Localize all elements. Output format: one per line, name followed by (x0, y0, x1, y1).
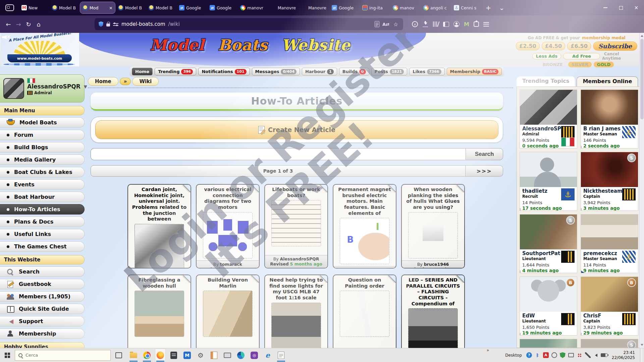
sidebar-menu-item[interactable]: Members (1,905) (0, 291, 85, 302)
site-logo[interactable]: A Place For All Model Boaters! www.model… (1, 33, 79, 66)
sidebar-menu-item[interactable]: Model Boats (0, 117, 85, 128)
bookmark-star-icon[interactable]: ☆ (392, 21, 399, 27)
member-avatar[interactable] (520, 90, 577, 125)
scrollbar-thumb[interactable] (640, 39, 644, 119)
sidebar-menu-item[interactable]: Forum (0, 130, 85, 140)
nav-button[interactable]: Messages 0/404 (252, 68, 300, 75)
back-icon[interactable]: ← (3, 19, 13, 29)
status-circle-icon[interactable] (551, 352, 557, 358)
nav-button[interactable]: Posts 1821 (371, 68, 408, 75)
permissions-icon[interactable] (113, 22, 118, 26)
minimize-button[interactable] (598, 0, 613, 15)
member-avatar[interactable]: B (520, 277, 577, 312)
start-button[interactable] (0, 348, 15, 362)
taskbar-app-purple[interactable]: ◎ (249, 349, 259, 362)
sidebar-menu-item[interactable]: How-To Articles (0, 204, 85, 215)
taskbar-notes[interactable] (276, 349, 286, 362)
nav-button[interactable]: Home (132, 68, 153, 75)
browser-tab[interactable]: manov (390, 2, 420, 13)
article-card[interactable]: Need help trying to find some lights for… (264, 275, 328, 348)
browser-tab[interactable]: manovr (238, 2, 268, 13)
security-shield-icon[interactable] (560, 352, 566, 358)
article-card[interactable]: various electrical connection diagrams f… (196, 184, 260, 268)
sidebar-menu-item[interactable]: Boat Clubs & Lakes (0, 167, 85, 177)
nav-button[interactable]: Builds 0 (339, 68, 369, 75)
member-avatar[interactable]: B (581, 277, 638, 312)
article-card[interactable]: Question on Painting order (333, 275, 396, 348)
browser-tab[interactable]: Google (177, 2, 207, 13)
desktop-toolbar-label[interactable]: Desktop (505, 353, 522, 358)
taskbar-settings[interactable]: ⚙ (196, 349, 206, 362)
taskbar-chrome[interactable] (142, 349, 152, 362)
lock-icon[interactable] (106, 23, 110, 26)
browser-tab[interactable]: Manovre_co (268, 2, 298, 13)
mute-speaker-icon[interactable] (2, 34, 11, 41)
sidebar-menu-item[interactable]: Search (0, 266, 85, 277)
breadcrumb-home[interactable]: Home (88, 77, 118, 86)
price-bronze[interactable]: £2.50 (516, 42, 540, 50)
article-card[interactable]: Building Veron Marlin (196, 275, 260, 348)
nav-button[interactable]: Membership BASIC (447, 68, 502, 75)
member-card[interactable]: B ChrisF Captain 3,823 Points 29 minutes… (581, 277, 638, 336)
firefox-view-icon[interactable] (5, 4, 14, 11)
avatar[interactable] (3, 78, 24, 99)
article-card[interactable]: Permanent magnet brushed electric motors… (333, 184, 396, 268)
home-icon[interactable]: ⌂ (34, 19, 44, 29)
taskbar-document[interactable] (209, 349, 219, 362)
member-avatar[interactable] (520, 152, 577, 187)
taskbar-clock[interactable]: 23:41 22/06/2025 (612, 350, 635, 360)
nav-button[interactable]: Trending 396 (155, 68, 196, 75)
battery-icon[interactable] (601, 353, 607, 357)
nav-button[interactable]: Likes 7366 (409, 68, 444, 75)
anydesk-icon[interactable]: A (543, 352, 549, 358)
bluetooth-icon[interactable]: ᛒ (535, 352, 540, 358)
tab-trending-topics[interactable]: Trending Topics (517, 76, 575, 86)
forward-icon[interactable]: → (13, 19, 23, 29)
search-button[interactable]: Search (466, 148, 503, 160)
browser-tab[interactable]: Model B (116, 2, 146, 13)
address-bar[interactable]: model-boats.com/wiki A⇄ ☆ (95, 18, 403, 30)
article-card[interactable]: Lifeboats or work boats? By AlessandroSP… (264, 184, 328, 268)
browser-tab[interactable]: Model B (146, 2, 176, 13)
taskbar-search-input[interactable] (25, 353, 99, 358)
taskbar-firefox[interactable] (155, 349, 165, 362)
member-card[interactable]: B EdW Lieutenant 1,650 Points 19 minutes… (520, 277, 577, 336)
subscribe-button[interactable]: Subscribe (593, 42, 637, 51)
member-avatar[interactable] (581, 90, 638, 125)
member-card[interactable]: AlessandroSPQR Admiral 9,594 Points 0 se… (520, 89, 577, 148)
sidebar-menu-item[interactable]: Guestbook (0, 279, 85, 289)
sidebar-menu-item[interactable]: Media Gallery (0, 155, 85, 165)
page-scrollbar[interactable] (639, 33, 644, 348)
sidebar-menu-item[interactable]: Events (0, 179, 85, 190)
member-card[interactable]: B rian J ames Master Seaman 146 Points 2… (581, 89, 638, 148)
article-card[interactable]: Cardan joint, Homokinetic joint, univers… (127, 184, 191, 268)
sidebar-menu-item[interactable]: Support (0, 316, 85, 326)
sidebar-menu-item[interactable]: Boat Harbour (0, 192, 85, 202)
create-article-button[interactable]: Create New Article (95, 120, 498, 139)
article-card[interactable]: LED – SERIES AND PARALLEL CIRCUITS – FLA… (401, 275, 465, 348)
browser-tab[interactable]: Google (329, 2, 359, 13)
browser-tab[interactable]: Manovre_co (299, 2, 329, 13)
member-avatar[interactable]: S (581, 339, 638, 348)
member-avatar[interactable]: S (581, 152, 638, 187)
member-card[interactable] (520, 339, 577, 348)
close-button[interactable]: × (629, 0, 644, 15)
article-card[interactable]: Fibreglassing a wooden hull (127, 275, 191, 348)
scroll-down-icon[interactable] (641, 344, 643, 346)
search-input[interactable] (91, 148, 466, 160)
tab-members-online[interactable]: Members Online (577, 76, 638, 86)
taskbar-search[interactable] (15, 350, 111, 361)
price-silver[interactable]: £4.50 (542, 42, 566, 50)
next-page-button[interactable]: >>> (466, 165, 503, 177)
translate-icon[interactable]: A⇄ (382, 22, 389, 27)
nav-button[interactable]: Notifications 101 (198, 68, 250, 75)
member-card[interactable]: S SouthportPat Lieutenant 1,644 Points 4… (520, 214, 577, 273)
taskbar-edge[interactable] (236, 349, 246, 362)
tracking-shield-icon[interactable] (99, 21, 103, 27)
member-card[interactable]: S (581, 339, 638, 348)
price-gold[interactable]: £6.50 (567, 42, 591, 50)
notification-dots-icon[interactable] (577, 352, 582, 358)
article-card[interactable]: When wooden planking the sides of hulls … (401, 184, 465, 268)
scroll-up-icon[interactable] (641, 35, 643, 37)
taskbar-display-cast[interactable] (222, 349, 232, 362)
